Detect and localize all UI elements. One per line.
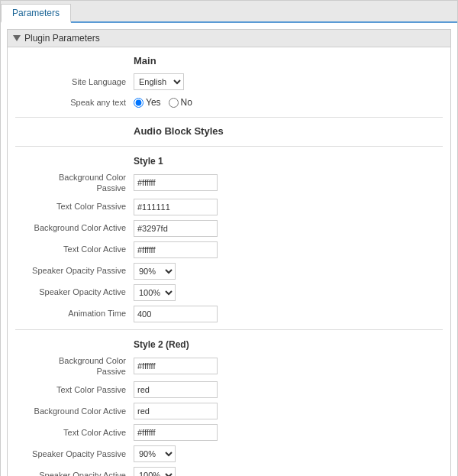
speak-any-text-label: Speak any text [15,97,134,108]
s2-text-color-passive-row: Text Color Passive [8,379,450,400]
radio-yes-label[interactable]: Yes [134,97,161,108]
s1-bg-color-active-input[interactable] [134,220,218,237]
s1-speaker-opacity-passive-input[interactable]: 10%20%30%40% 50%60%70%80% 90%100% [134,263,176,280]
s2-speaker-opacity-active-label: Speaker Opacity Active [15,470,134,476]
s1-text-color-active-row: Text Color Active [8,239,450,261]
s2-bg-color-active-row: Background Color Active [8,400,450,422]
tab-parameters-label: Parameters [12,8,60,18]
s1-bg-color-active-field[interactable] [134,220,218,237]
speak-any-text-row: Speak any text Yes No [8,92,450,112]
s1-animation-time-label: Animation Time [15,308,134,319]
s2-speaker-opacity-passive-input[interactable]: 10%20%30%40% 50%60%70%80% 90%100% [134,445,176,462]
divider-1 [15,117,443,118]
plugin-params-header: Plugin Parameters [8,30,450,47]
s1-animation-time-row: Animation Time [8,303,450,325]
s1-text-color-active-label: Text Color Active [15,244,134,254]
divider-2 [15,146,443,147]
s1-animation-time-input[interactable] [134,306,218,322]
s1-speaker-opacity-active-select[interactable]: 10%20%30%40% 50%60%70%80% 90%100% [134,284,176,301]
style1-title-text: Style 1 [134,156,163,167]
params-body: Main Site Language English French German… [8,47,450,476]
s1-text-color-passive-row: Text Color Passive [8,196,450,218]
radio-no[interactable] [169,98,179,108]
s1-speaker-opacity-passive-row: Speaker Opacity Passive 10%20%30%40% 50%… [8,261,450,282]
s1-speaker-opacity-active-input[interactable]: 10%20%30%40% 50%60%70%80% 90%100% [134,284,176,301]
s2-bg-color-passive-field[interactable] [134,358,218,374]
s2-text-color-passive-input[interactable] [134,381,218,398]
s1-bg-color-passive-field[interactable] [134,174,218,191]
s1-speaker-opacity-passive-select[interactable]: 10%20%30%40% 50%60%70%80% 90%100% [134,263,176,280]
s2-bg-color-active-input[interactable] [134,403,218,419]
plugin-params-title: Plugin Parameters [24,33,100,44]
s1-speaker-opacity-passive-label: Speaker Opacity Passive [15,265,134,276]
s1-bg-color-active-label: Background Color Active [15,222,134,233]
s1-bg-color-passive-row: Background ColorPassive [8,170,450,196]
s2-bg-color-active-field[interactable] [134,403,218,419]
radio-no-label[interactable]: No [169,97,192,108]
s2-speaker-opacity-active-row: Speaker Opacity Active 10%20%30%40% 50%6… [8,465,450,476]
s2-bg-color-passive-input[interactable] [134,358,218,374]
s2-text-color-active-field[interactable] [134,424,218,441]
site-language-select[interactable]: English French German Spanish [134,73,184,90]
s1-text-color-passive-field[interactable] [134,199,218,215]
audio-block-styles-title: Audio Block Styles [8,122,450,141]
s2-speaker-opacity-active-select[interactable]: 10%20%30%40% 50%60%70%80% 90%100% [134,467,176,476]
s1-speaker-opacity-active-row: Speaker Opacity Active 10%20%30%40% 50%6… [8,282,450,303]
s2-bg-color-passive-row: Background ColorPassive [8,353,450,380]
s1-text-color-passive-input[interactable] [134,199,218,215]
tab-parameters[interactable]: Parameters [1,4,71,23]
s2-text-color-passive-field[interactable] [134,381,218,398]
plugin-params-panel: Plugin Parameters Main Site Language Eng… [7,29,451,476]
s2-speaker-opacity-passive-row: Speaker Opacity Passive 10%20%30%40% 50%… [8,443,450,465]
page-wrapper: Parameters Plugin Parameters Main Site L… [0,0,458,476]
collapse-triangle-icon[interactable] [13,35,21,41]
speak-any-text-input: Yes No [134,97,192,108]
s1-text-color-active-input[interactable] [134,241,218,258]
s2-text-color-active-row: Text Color Active [8,422,450,443]
s1-text-color-active-field[interactable] [134,241,218,258]
s1-speaker-opacity-active-label: Speaker Opacity Active [15,287,134,297]
site-language-label: Site Language [15,76,134,87]
main-section-title: Main [8,52,450,71]
s1-bg-color-active-row: Background Color Active [8,218,450,239]
radio-yes-text: Yes [146,97,161,108]
s2-text-color-passive-label: Text Color Passive [15,384,134,395]
divider-3 [15,329,443,330]
main-title-text: Main [134,55,156,66]
tab-bar: Parameters [1,1,457,23]
style1-title: Style 1 [8,151,450,170]
s2-speaker-opacity-active-input[interactable]: 10%20%30%40% 50%60%70%80% 90%100% [134,467,176,476]
s1-text-color-passive-label: Text Color Passive [15,201,134,212]
s2-bg-color-active-label: Background Color Active [15,406,134,416]
style2-title: Style 2 (Red) [8,335,450,353]
radio-yes[interactable] [134,98,144,108]
s2-speaker-opacity-passive-select[interactable]: 10%20%30%40% 50%60%70%80% 90%100% [134,445,176,462]
s2-text-color-active-label: Text Color Active [15,427,134,438]
site-language-row: Site Language English French German Span… [8,71,450,92]
radio-no-text: No [181,97,192,108]
s1-bg-color-passive-label: Background ColorPassive [15,172,134,194]
s2-speaker-opacity-passive-label: Speaker Opacity Passive [15,448,134,459]
audio-block-styles-text: Audio Block Styles [134,125,224,137]
s2-bg-color-passive-label: Background ColorPassive [15,355,134,377]
style2-title-text: Style 2 (Red) [134,339,189,350]
s2-text-color-active-input[interactable] [134,424,218,441]
s1-animation-time-field[interactable] [134,306,218,322]
site-language-input: English French German Spanish [134,73,184,90]
s1-bg-color-passive-input[interactable] [134,174,218,191]
